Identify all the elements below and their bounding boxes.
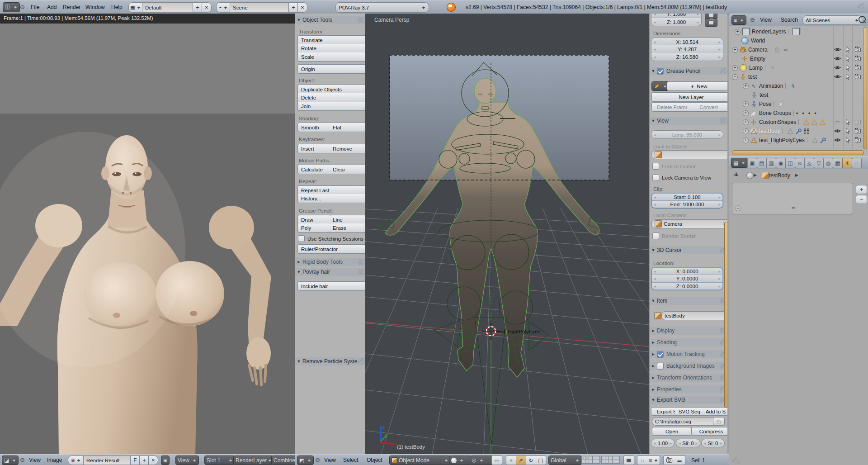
expand-icon[interactable]: + — [743, 83, 749, 89]
rotate-button[interactable]: Rotate — [297, 44, 366, 53]
item-name-field[interactable]: testBody — [661, 311, 727, 320]
unlink-image-button[interactable]: ✕ — [148, 456, 158, 465]
gp-new-layer-button[interactable]: New Layer — [651, 92, 727, 102]
add-scene-button[interactable]: + — [288, 2, 298, 13]
tab-render-layers[interactable]: ▤ — [757, 158, 767, 168]
selectable-icon[interactable] — [844, 46, 852, 53]
collapse-icon[interactable]: − — [732, 74, 738, 80]
panel-grip[interactable] — [358, 358, 364, 365]
renderable-icon[interactable] — [854, 73, 862, 81]
expand-icon[interactable]: + — [735, 29, 741, 35]
collapse-menus-icon[interactable]: ⊖ — [20, 456, 25, 463]
outliner-row-test-highpolyeyes[interactable]: + test_HighPolyEyes — [729, 136, 868, 145]
panel-background-images[interactable]: ► Background Images — [650, 362, 727, 370]
renderable-icon[interactable] — [854, 55, 862, 62]
screen-layout-icon-button[interactable]: ▦ — [128, 2, 143, 13]
outliner-row-camera[interactable]: + Camera ∞ — [729, 45, 868, 54]
menu-view[interactable]: View — [26, 455, 43, 465]
tab-physics[interactable]: ◌ — [852, 158, 862, 168]
hide-icon[interactable] — [834, 55, 841, 62]
compress-button[interactable]: Compress — [691, 427, 727, 436]
render-result-image[interactable] — [0, 114, 295, 454]
fake-user-button[interactable]: F — [130, 456, 140, 465]
gp-erase-button[interactable]: Erase — [330, 223, 366, 232]
panel-povray-hair[interactable]: ▼Povray hair — [295, 268, 365, 276]
panel-item[interactable]: ▼Item — [650, 297, 727, 305]
image-datablock-icon[interactable]: ▣ — [68, 456, 84, 465]
render-border-checkbox[interactable]: Render Border — [652, 232, 696, 239]
hide-icon[interactable] — [834, 119, 841, 126]
image-datablock-name[interactable]: Render Result — [83, 456, 137, 465]
renderable-icon[interactable] — [854, 46, 862, 53]
scenes-filter-select[interactable]: All Scenes — [802, 15, 862, 25]
flat-button[interactable]: Flat — [330, 123, 366, 132]
svg-slider-field[interactable]: Sli: 0 — [676, 439, 700, 447]
panel-scrollbar[interactable] — [724, 222, 727, 408]
outliner-row-test-data[interactable]: test — [729, 90, 868, 100]
renderable-icon[interactable] — [854, 137, 862, 144]
duplicate-objects-button[interactable]: Duplicate Objects — [297, 85, 366, 94]
ruler-protractor-button[interactable]: Ruler/Protractor — [297, 244, 366, 254]
transform-orientation-select[interactable]: Global — [548, 456, 582, 465]
tab-material[interactable]: ◍ — [823, 158, 833, 168]
lock-camera-to-view-checkbox[interactable]: Lock Camera to View — [652, 174, 711, 181]
tab-texture[interactable]: ▦ — [833, 158, 843, 168]
menu-select[interactable]: Select — [340, 455, 361, 465]
outliner-hscrollbar[interactable] — [732, 150, 864, 155]
add-particle-system-button[interactable]: + — [856, 185, 867, 194]
particle-systems-list[interactable]: + ＝ — [732, 183, 853, 214]
manipulator-scale-button[interactable]: ▢ — [536, 456, 546, 465]
clip-end-field[interactable]: End: 1000.000 — [651, 200, 723, 209]
panel-view[interactable]: ▼View — [650, 117, 727, 125]
panel-rigid-body-tools[interactable]: ►Rigid Body Tools — [295, 258, 365, 266]
renderable-icon[interactable] — [854, 64, 862, 71]
gp-convert-button[interactable]: Convert — [687, 102, 727, 112]
render-engine-select[interactable]: POV-Ray 3.7 — [335, 2, 429, 13]
snap-element-select[interactable]: ▦ — [647, 456, 660, 465]
lens-field[interactable]: Lens: 35.000 — [651, 130, 723, 139]
file-browse-button[interactable]: 🗀 — [713, 417, 725, 426]
selectable-icon[interactable] — [844, 64, 852, 71]
hide-icon[interactable] — [834, 128, 841, 135]
panel-remove-particle-system[interactable]: ▼Remove Particle Syste — [295, 357, 365, 365]
renderable-icon[interactable] — [854, 119, 862, 126]
panel-transform-orientations[interactable]: ►Transform Orientations — [650, 374, 727, 382]
hide-icon[interactable] — [834, 46, 841, 53]
panel-shading[interactable]: ►Shading — [650, 338, 727, 346]
editor-type-outliner-button[interactable]: ≡ — [731, 15, 746, 25]
manipulator-toggle[interactable]: ⌖ — [506, 456, 517, 465]
svg-sl-field[interactable]: Sl: 0 — [701, 439, 725, 447]
new-image-button[interactable]: + — [139, 456, 149, 465]
panel-properties[interactable]: ►Properties — [650, 385, 727, 394]
mode-select[interactable]: Object Mode — [389, 456, 451, 465]
svg-path-field[interactable]: C:\tmp\algo.svg — [652, 417, 718, 426]
close-scene-button[interactable]: ✕ — [297, 2, 307, 13]
tab-modifiers[interactable]: ◬ — [804, 158, 814, 168]
outliner-row-testbody[interactable]: + testBody — [729, 127, 868, 136]
join-button[interactable]: Join — [297, 102, 366, 111]
outliner-row-world[interactable]: World — [729, 36, 868, 45]
outliner-row-lamp[interactable]: + Lamp ✳ — [729, 63, 868, 72]
hide-icon[interactable] — [834, 64, 841, 71]
menu-file[interactable]: File — [28, 0, 42, 14]
panel-grip[interactable] — [358, 259, 364, 265]
menu-view[interactable]: View — [757, 14, 774, 26]
screen-layout-field[interactable]: Default — [142, 2, 199, 13]
close-layout-button[interactable]: ✕ — [202, 2, 212, 13]
scale-z-field[interactable]: Z: 1.000 — [651, 18, 702, 26]
view-mode-select[interactable]: View — [175, 456, 199, 465]
panel-export-svg[interactable]: ▼Export SVG — [650, 396, 727, 404]
remove-keyframe-button[interactable]: Remove — [330, 144, 366, 153]
clear-paths-button[interactable]: Clear — [330, 165, 366, 174]
selectable-icon[interactable] — [844, 128, 852, 135]
panel-grease-pencil[interactable]: ▼ Grease Pencil — [650, 67, 727, 75]
collapse-menus-icon[interactable]: ⊖ — [20, 4, 25, 10]
slot-select[interactable]: Slot 1 — [204, 456, 235, 465]
tab-render[interactable]: ▣ — [747, 158, 757, 168]
cursor-z-field[interactable]: Z: 0.0000 — [651, 282, 723, 290]
add-layout-button[interactable]: + — [193, 2, 203, 13]
lock-to-scene-toggle[interactable] — [623, 456, 634, 465]
corner-grip[interactable] — [732, 457, 740, 464]
3d-viewport[interactable]: Test_HighPolyEyes Camera Persp z y x (1)… — [365, 14, 649, 454]
expand-icon[interactable]: + — [732, 47, 738, 53]
